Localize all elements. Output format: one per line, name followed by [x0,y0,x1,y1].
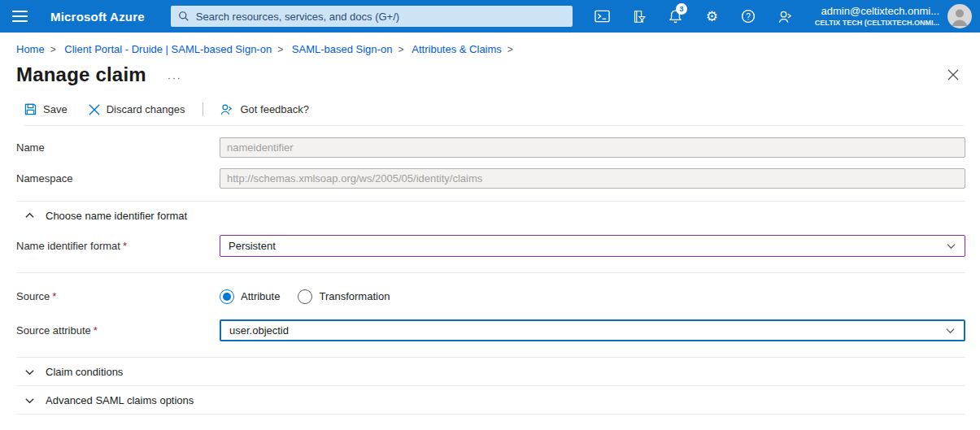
more-options-icon[interactable]: ··· [168,67,182,84]
save-button[interactable]: Save [24,103,68,115]
source-attribute-select[interactable]: user.objectid [220,319,965,341]
account-tenant: CELTIX TECH (CELTIXTECH.ONMI... [815,19,939,28]
chevron-down-icon [946,241,956,251]
search-input[interactable] [196,11,565,23]
breadcrumb-home[interactable]: Home [16,43,45,55]
svg-text:?: ? [747,12,751,21]
name-identifier-format-label: Name identifier format* [16,240,220,252]
account-menu[interactable]: admin@celtixtech.onmi... CELTIX TECH (CE… [815,5,939,28]
name-input[interactable] [220,137,965,158]
toolbar-divider [203,102,203,116]
breadcrumb-saml-signon[interactable]: SAML-based Sign-on [292,43,393,55]
chevron-up-icon [24,211,35,221]
required-marker: * [52,290,56,302]
breadcrumb-app[interactable]: Client Portal - Druide | SAML-based Sign… [64,43,272,55]
close-icon[interactable] [947,69,959,80]
section-claim-conditions[interactable]: Claim conditions [16,358,965,385]
avatar[interactable] [947,4,972,28]
radio-selected-icon [220,289,234,304]
section-divider [16,414,965,415]
namespace-input[interactable] [220,168,965,189]
help-icon[interactable]: ? [730,0,767,33]
required-marker: * [123,240,127,252]
notifications-bell-icon[interactable]: 3 [657,0,694,33]
brand-title[interactable]: Microsoft Azure [50,10,145,24]
source-radio-group: Attribute Transformation [220,289,965,304]
save-icon [24,103,37,115]
radio-unselected-icon [298,289,312,304]
global-search[interactable] [171,6,573,27]
discard-x-icon [89,104,100,115]
chevron-down-icon [945,325,956,336]
radio-transformation[interactable]: Transformation [298,289,390,304]
settings-gear-icon[interactable]: ⚙ [694,0,730,33]
name-label: Name [16,141,220,154]
azure-top-bar: Microsoft Azure 3 ⚙ ? admin@celtixtech.o… [0,0,980,33]
section-divider [16,272,965,273]
breadcrumb-separator: > [507,44,513,55]
account-email: admin@celtixtech.onmi... [815,5,939,18]
chevron-down-icon [24,395,35,406]
source-label: Source* [16,290,220,302]
required-marker: * [94,324,98,337]
got-feedback-button[interactable]: Got feedback? [220,103,309,115]
cloud-shell-icon[interactable] [584,0,621,33]
namespace-label: Namespace [16,172,220,185]
manage-claim-form: Name Namespace Choose name identifier fo… [0,137,980,415]
notification-count-badge: 3 [676,3,687,15]
feedback-person-icon [220,103,233,115]
breadcrumb-separator: > [50,44,56,55]
page-title: Manage claim [16,63,146,86]
section-choose-name-identifier-format[interactable]: Choose name identifier format [16,202,965,229]
name-identifier-format-select[interactable]: Persistent [220,235,965,257]
breadcrumb: Home> Client Portal - Druide | SAML-base… [0,33,980,55]
source-attribute-label: Source attribute* [16,324,220,337]
breadcrumb-separator: > [277,44,283,55]
discard-changes-button[interactable]: Discard changes [89,103,185,115]
section-advanced-saml-claims-options[interactable]: Advanced SAML claims options [16,386,965,414]
breadcrumb-separator: > [398,44,403,55]
radio-attribute[interactable]: Attribute [220,289,280,304]
search-icon [178,11,189,22]
hamburger-menu-icon[interactable] [0,0,39,33]
chevron-down-icon [24,367,35,377]
feedback-icon[interactable] [767,0,804,33]
breadcrumb-attributes-claims[interactable]: Attributes & Claims [412,43,502,55]
command-bar: Save Discard changes Got feedback? [24,102,964,126]
directory-filter-icon[interactable] [621,0,657,33]
